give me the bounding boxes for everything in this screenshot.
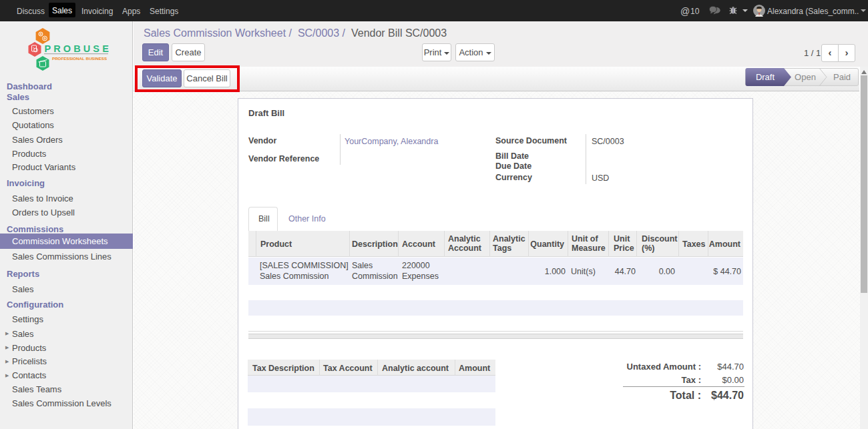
svg-text:PROFESSIONAL BUSINESS: PROFESSIONAL BUSINESS (52, 56, 107, 61)
svg-text:Draft: Draft (756, 72, 775, 82)
svg-text:PROBUSE: PROBUSE (45, 43, 112, 54)
svg-text:Open: Open (795, 72, 816, 82)
svg-text:Paid: Paid (833, 72, 851, 82)
